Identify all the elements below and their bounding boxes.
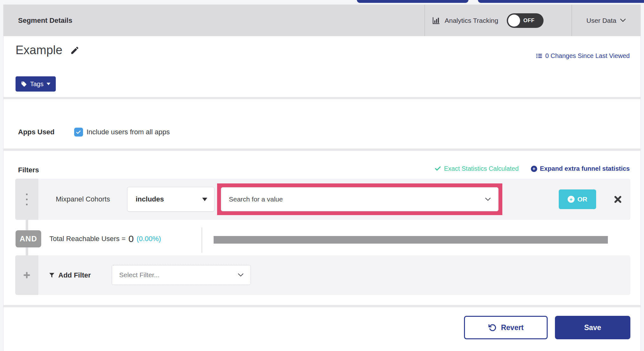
section-divider: [3, 97, 641, 99]
section-divider: [3, 305, 641, 307]
add-filter-label: Add Filter: [58, 271, 91, 279]
add-or-condition-button[interactable]: + OR: [559, 189, 596, 209]
changes-link-label: 0 Changes Since Last Viewed: [545, 52, 630, 60]
total-reachable-label: Total Reachable Users =: [49, 235, 126, 243]
filter-value-placeholder: Search for a value: [229, 195, 283, 203]
check-icon: [435, 165, 441, 172]
filters-heading: Filters: [18, 166, 39, 174]
tags-dropdown-button[interactable]: Tags: [16, 76, 56, 92]
drag-dot-icon: [26, 199, 28, 200]
chevron-down-icon: [620, 19, 626, 22]
totals-divider: [202, 227, 202, 253]
revert-button[interactable]: Revert: [464, 316, 548, 339]
section-divider: [3, 149, 641, 151]
include-all-apps-checkbox[interactable]: [74, 128, 83, 137]
select-filter-placeholder: Select Filter...: [119, 271, 159, 279]
filter-field-label: Mixpanel Cohorts: [56, 179, 110, 220]
plus-circle-icon: +: [531, 166, 537, 172]
top-nav-button-left[interactable]: [357, 0, 468, 3]
bar-chart-icon: [432, 16, 441, 25]
add-filter-label-group: Add Filter: [48, 255, 91, 295]
save-button[interactable]: Save: [555, 316, 630, 339]
add-filter-row: Add Filter Select Filter...: [15, 255, 630, 295]
undo-icon: [488, 323, 497, 332]
expand-funnel-statistics-label: Expand extra funnel statistics: [540, 165, 630, 172]
save-button-label: Save: [584, 323, 601, 332]
filter-operator-dropdown[interactable]: includes: [127, 187, 215, 212]
filter-drag-handle[interactable]: [15, 179, 38, 220]
page: Segment Details Analytics Tracking OFF U…: [0, 0, 644, 351]
drag-dot-icon: [26, 194, 28, 195]
add-filter-handle[interactable]: [15, 255, 38, 295]
user-data-label: User Data: [586, 17, 616, 24]
exact-statistics-status: Exact Statistics Calculated: [435, 165, 519, 172]
plus-icon: [23, 272, 30, 278]
toggle-state-label: OFF: [523, 13, 535, 28]
total-reachable-users: Total Reachable Users = 0 (0.00%): [49, 227, 161, 251]
exact-statistics-label: Exact Statistics Calculated: [444, 165, 519, 172]
header-divider: [424, 5, 425, 36]
toggle-knob: [508, 15, 520, 27]
total-reachable-percent: (0.00%): [137, 235, 161, 243]
segment-name: Example: [16, 43, 62, 57]
changes-list-icon: [536, 53, 543, 59]
edit-name-pencil-icon[interactable]: [70, 46, 80, 55]
chevron-down-icon: [485, 198, 491, 201]
filter-operator-value: includes: [136, 195, 164, 203]
segment-name-row: Example: [16, 43, 80, 57]
caret-down-icon: [202, 198, 207, 201]
revert-button-label: Revert: [501, 323, 524, 332]
caret-down-icon: [47, 83, 50, 85]
drag-dot-icon: [26, 204, 28, 205]
or-button-label: OR: [577, 195, 588, 203]
chevron-down-icon: [238, 273, 243, 277]
expand-funnel-statistics-link[interactable]: + Expand extra funnel statistics: [531, 165, 630, 172]
apps-used-label: Apps Used: [18, 128, 55, 136]
filter-row: Mixpanel Cohorts includes Search for a v…: [15, 179, 630, 220]
analytics-tracking-toggle[interactable]: OFF: [507, 13, 544, 28]
filter-value-select[interactable]: Search for a value: [221, 187, 499, 211]
tags-button-label: Tags: [30, 80, 43, 88]
card-header: Segment Details Analytics Tracking OFF U…: [3, 5, 641, 36]
analytics-tracking-label: Analytics Tracking: [445, 17, 498, 24]
page-title: Segment Details: [18, 5, 72, 36]
analytics-tracking-control: Analytics Tracking OFF: [432, 5, 544, 36]
funnel-icon: [48, 272, 55, 278]
close-x-icon: [614, 195, 622, 203]
select-filter-dropdown[interactable]: Select Filter...: [112, 265, 251, 285]
filter-value-highlight: Search for a value: [217, 183, 502, 215]
plus-circle-icon: +: [568, 196, 575, 203]
and-connector-badge: AND: [16, 230, 41, 247]
apps-used-row: Apps Used Include users from all apps: [18, 128, 170, 137]
total-reachable-value: 0: [128, 233, 134, 244]
tag-icon: [21, 81, 27, 87]
segment-details-card: Segment Details Analytics Tracking OFF U…: [3, 4, 641, 351]
top-nav-button-right[interactable]: [478, 0, 644, 3]
remove-filter-button[interactable]: [610, 191, 626, 207]
user-data-dropdown[interactable]: User Data: [571, 5, 641, 36]
reachable-users-bar: [214, 236, 608, 244]
filters-status-row: Exact Statistics Calculated + Expand ext…: [435, 165, 630, 172]
changes-since-last-viewed-link[interactable]: 0 Changes Since Last Viewed: [536, 52, 630, 60]
include-all-apps-label[interactable]: Include users from all apps: [87, 128, 170, 136]
checkmark-icon: [76, 130, 81, 135]
